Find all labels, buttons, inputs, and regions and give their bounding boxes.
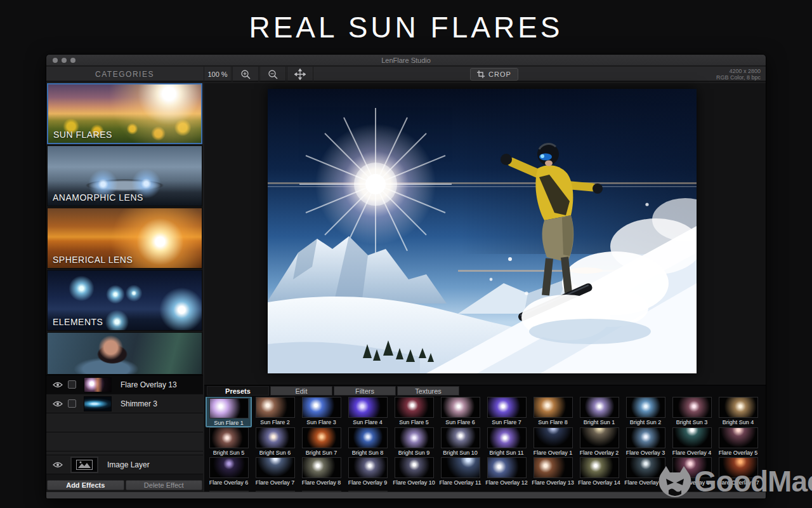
eye-icon[interactable]: [53, 382, 63, 388]
app-window: LenFlare Studio CATEGORIES 100 %: [46, 54, 766, 499]
preset-flare-overlay-11[interactable]: Flare Overlay 11: [437, 457, 483, 487]
document-size: 4200 x 2800: [716, 68, 761, 74]
layer-row-empty: [46, 432, 203, 451]
preset-sun-flare-5[interactable]: Sun Flare 5: [391, 397, 437, 427]
preset-flare-overlay-5[interactable]: Flare Overlay 5: [715, 427, 761, 457]
layer-row-flare-overlay-13[interactable]: Flare Overlay 13: [46, 375, 203, 394]
eye-icon[interactable]: [53, 401, 63, 407]
preset-bright-sun-2[interactable]: Bright Sun 2: [622, 397, 669, 427]
preset-thumbnail: [395, 427, 434, 448]
preset-sun-flare-1[interactable]: Sun Flare 1: [206, 397, 252, 427]
preset-label: Flare Overlay 5: [719, 450, 758, 456]
preset-bright-sun-4[interactable]: Bright Sun 4: [715, 397, 761, 427]
preset-label: Sun Flare 2: [260, 419, 290, 425]
category-anamorphic-lens[interactable]: ANAMORPHIC LENS: [47, 145, 202, 206]
preset-flare-overlay-2[interactable]: Flare Overlay 2: [576, 427, 622, 457]
window-titlebar[interactable]: LenFlare Studio: [46, 55, 766, 66]
tab-edit[interactable]: Edit: [270, 386, 332, 396]
layer-checkbox[interactable]: [68, 399, 76, 408]
preset-thumbnail: [580, 397, 619, 418]
preset-bright-sun-6[interactable]: Bright Sun 6: [252, 427, 298, 457]
eye-icon[interactable]: [53, 462, 63, 468]
preset-flare-overlay-4[interactable]: Flare Overlay 4: [669, 427, 715, 457]
preset-bright-sun-7[interactable]: Bright Sun 7: [298, 427, 344, 457]
magnifier-minus-icon: [268, 69, 278, 80]
category-spherical-lens[interactable]: SPHERICAL LENS: [47, 208, 202, 269]
preset-thumbnail: [209, 427, 249, 448]
category-sun-flares[interactable]: SUN FLARES: [47, 83, 202, 144]
preset-flare-overlay-10[interactable]: Flare Overlay 10: [391, 457, 437, 487]
preset-label: Bright Sun 4: [723, 419, 754, 425]
preset-thumbnail: [719, 397, 758, 418]
preset-flare-overlay-13[interactable]: Flare Overlay 13: [530, 457, 576, 487]
zoom-level-value[interactable]: 100 %: [204, 67, 232, 82]
preset-sun-flare-8[interactable]: Sun Flare 8: [530, 397, 576, 427]
preset-label: Flare Overlay 7: [256, 479, 295, 486]
preset-bright-sun-1[interactable]: Bright Sun 1: [576, 397, 622, 427]
preset-bright-sun-10[interactable]: Bright Sun 10: [437, 427, 483, 457]
layer-row-shimmer-3[interactable]: Shimmer 3: [46, 394, 203, 413]
preset-thumbnail: [487, 457, 527, 478]
category-elements[interactable]: ELEMENTS: [47, 270, 202, 331]
preset-thumbnail: [580, 427, 619, 448]
preset-flare-overlay-3[interactable]: Flare Overlay 3: [622, 427, 669, 457]
preset-flare-overlay-7[interactable]: Flare Overlay 7: [252, 457, 298, 487]
layer-thumbnail: [84, 377, 112, 392]
preset-thumbnail: [626, 397, 665, 418]
preset-flare-overlay-6[interactable]: Flare Overlay 6: [206, 457, 252, 487]
crop-button[interactable]: CROP: [470, 68, 518, 81]
preset-label: Flare Overlay 9: [348, 479, 388, 486]
crop-button-label: CROP: [488, 70, 511, 78]
sidebar: SUN FLARESANAMORPHIC LENSSPHERICAL LENSE…: [46, 83, 203, 491]
canvas-photo[interactable]: [268, 89, 697, 373]
preset-thumbnail: [626, 427, 665, 448]
preset-label: Sun Flare 3: [306, 419, 336, 425]
image-layer-thumbnail: [70, 457, 98, 473]
preset-sun-flare-7[interactable]: Sun Flare 7: [483, 397, 530, 427]
preset-flare-overlay-1[interactable]: Flare Overlay 1: [530, 427, 576, 457]
preset-label: Flare Overlay 4: [672, 450, 712, 456]
add-effects-button[interactable]: Add Effects: [47, 480, 124, 490]
category-5[interactable]: [47, 332, 202, 375]
preset-thumbnail: [348, 427, 388, 448]
preset-flare-overlay-14[interactable]: Flare Overlay 14: [576, 457, 622, 487]
preset-label: Flare Overlay 11: [440, 479, 481, 486]
layer-row-empty: [46, 413, 203, 432]
preset-bright-sun-5[interactable]: Bright Sun 5: [206, 427, 252, 457]
preset-flare-overlay-8[interactable]: Flare Overlay 8: [298, 457, 344, 487]
preset-bright-sun-3[interactable]: Bright Sun 3: [669, 397, 715, 427]
preset-thumbnail: [209, 457, 249, 478]
screen: { "page": { "headline": "REAL SUN FLARES…: [0, 0, 812, 508]
toolbar: CATEGORIES 100 %: [46, 67, 766, 82]
layer-checkbox[interactable]: [68, 380, 76, 389]
preset-thumbnail: [348, 457, 388, 478]
delete-effect-button[interactable]: Delete Effect: [126, 480, 203, 490]
preset-flare-overlay-12[interactable]: Flare Overlay 12: [483, 457, 530, 487]
preset-sun-flare-4[interactable]: Sun Flare 4: [344, 397, 391, 427]
preset-label: Bright Sun 1: [584, 419, 615, 425]
preset-bright-sun-11[interactable]: Bright Sun 11: [483, 427, 530, 457]
preset-sun-flare-3[interactable]: Sun Flare 3: [298, 397, 344, 427]
tab-presets[interactable]: Presets: [207, 386, 269, 396]
preset-label: Flare Overlay 1: [534, 450, 573, 456]
preset-label: Bright Sun 6: [259, 450, 291, 456]
preset-flare-overlay-9[interactable]: Flare Overlay 9: [344, 457, 391, 487]
preset-sun-flare-2[interactable]: Sun Flare 2: [252, 397, 298, 427]
preset-thumbnail: [395, 397, 434, 418]
preset-bright-sun-8[interactable]: Bright Sun 8: [344, 427, 391, 457]
image-layer-row[interactable]: Image Layer: [46, 455, 203, 474]
preset-label: Sun Flare 7: [492, 419, 521, 425]
crop-frame-icon: [477, 70, 485, 78]
preset-bright-sun-9[interactable]: Bright Sun 9: [391, 427, 437, 457]
preset-thumbnail: [441, 397, 480, 418]
tab-textures[interactable]: Textures: [397, 386, 459, 396]
preset-sun-flare-6[interactable]: Sun Flare 6: [437, 397, 483, 427]
zoom-in-button[interactable]: [232, 67, 259, 82]
preset-label: Flare Overlay 8: [302, 479, 341, 486]
preset-label: Sun Flare 6: [445, 419, 475, 425]
zoom-out-button[interactable]: [259, 67, 286, 82]
pan-tool-button[interactable]: [287, 67, 313, 82]
preset-label: Bright Sun 9: [398, 450, 430, 456]
preset-thumbnail: [487, 397, 527, 418]
tab-filters[interactable]: Filters: [334, 386, 396, 396]
